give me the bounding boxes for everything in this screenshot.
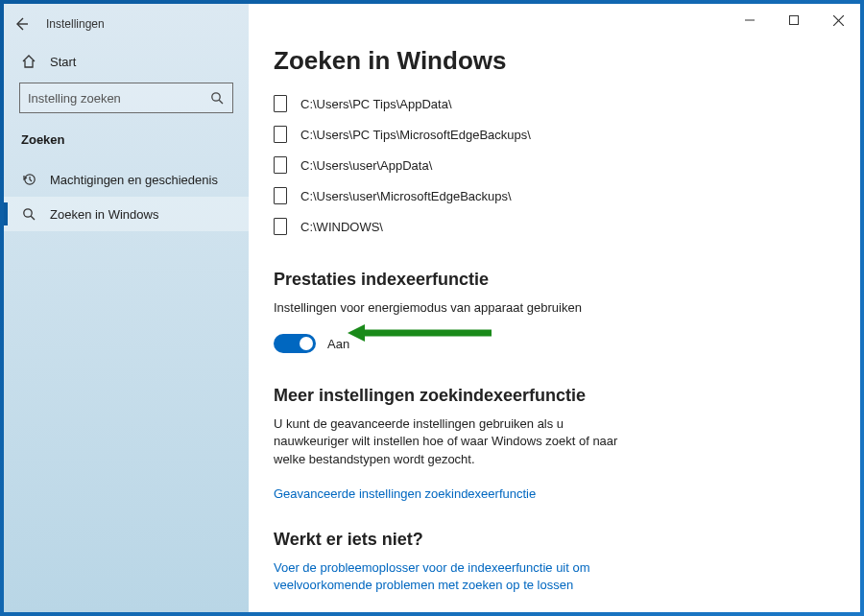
content-area: Zoeken in Windows C:\Users\PC Tips\AppDa… [249,4,860,612]
folder-path: C:\Users\PC Tips\AppData\ [300,97,452,111]
settings-window: Instellingen Start Zoeken Machtigingen e… [4,4,860,612]
svg-rect-6 [790,16,799,25]
section-heading: Werkt er iets niet? [274,530,825,550]
svg-line-4 [31,216,35,220]
toggle-row: Aan [274,334,825,353]
sidebar-item-label: Zoeken in Windows [50,207,158,222]
power-mode-toggle[interactable] [274,334,316,353]
app-title: Instellingen [46,17,105,31]
excluded-folder-list: C:\Users\PC Tips\AppData\ C:\Users\PC Ti… [274,95,825,235]
advanced-indexer-link[interactable]: Geavanceerde instellingen zoekindexeerfu… [274,486,638,503]
folder-icon [274,218,287,235]
history-icon [21,172,36,187]
troubleshoot-section: Werkt er iets niet? Voer de probleemoplo… [274,530,825,594]
section-text: U kunt de geavanceerde instellingen gebr… [274,415,638,468]
svg-point-3 [24,209,32,217]
folder-path: C:\Users\PC Tips\MicrosoftEdgeBackups\ [300,128,531,142]
home-icon [21,54,36,69]
troubleshooter-link[interactable]: Voer de probleemoplosser voor de indexee… [274,559,638,594]
folder-icon [274,156,287,174]
sidebar-item-permissions[interactable]: Machtigingen en geschiedenis [4,162,249,197]
minimize-button[interactable] [728,4,772,36]
sidebar-item-home[interactable]: Start [4,40,249,83]
content-inner: Zoeken in Windows C:\Users\PC Tips\AppDa… [249,4,825,594]
list-item[interactable]: C:\Users\PC Tips\MicrosoftEdgeBackups\ [274,126,825,143]
svg-point-0 [212,93,220,101]
folder-icon [274,187,287,204]
maximize-button[interactable] [772,4,816,36]
sidebar-item-search-windows[interactable]: Zoeken in Windows [4,197,249,231]
search-icon [209,90,225,106]
indexer-performance-section: Prestaties indexeerfunctie Instellingen … [274,270,825,353]
window-controls [728,4,860,36]
section-heading: Meer instellingen zoekindexeerfunctie [274,386,825,406]
toggle-label: Aan [327,337,349,351]
folder-icon [274,126,287,143]
sidebar: Instellingen Start Zoeken Machtigingen e… [4,4,249,612]
folder-path: C:\WINDOWS\ [300,220,383,234]
back-icon[interactable] [12,14,31,34]
list-item[interactable]: C:\Users\PC Tips\AppData\ [274,95,825,112]
page-title: Zoeken in Windows [274,46,825,76]
sidebar-item-label: Machtigingen en geschiedenis [50,173,218,187]
list-item[interactable]: C:\Users\user\MicrosoftEdgeBackups\ [274,187,825,204]
folder-path: C:\Users\user\AppData\ [300,158,432,173]
home-label: Start [50,55,76,69]
folder-path: C:\Users\user\MicrosoftEdgeBackups\ [300,189,512,203]
search-input[interactable] [28,91,209,106]
list-item[interactable]: C:\WINDOWS\ [274,218,825,235]
close-button[interactable] [816,4,860,36]
list-item[interactable]: C:\Users\user\AppData\ [274,156,825,174]
more-settings-section: Meer instellingen zoekindexeerfunctie U … [274,386,825,503]
svg-line-1 [219,100,223,104]
section-heading: Prestaties indexeerfunctie [274,270,825,290]
titlebar-left: Instellingen [4,8,249,40]
folder-icon [274,95,287,112]
section-subtext: Instellingen voor energiemodus van appar… [274,299,638,317]
search-input-container[interactable] [19,83,233,113]
search-icon [21,206,36,222]
sidebar-section-label: Zoeken [4,129,249,162]
